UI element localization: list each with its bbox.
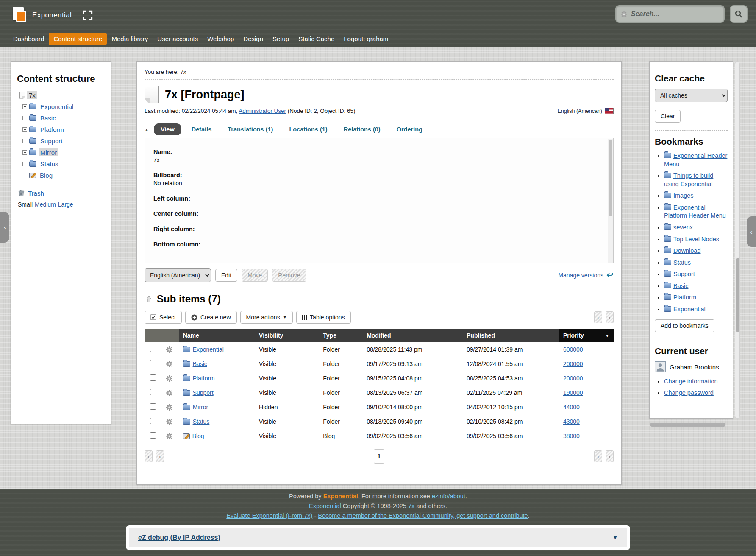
priority-link[interactable]: 600000 <box>563 346 583 353</box>
add-to-bookmarks-button[interactable]: Add to bookmarks <box>655 319 714 332</box>
column-header-modified[interactable]: Modified <box>362 329 462 342</box>
bookmark-link[interactable]: Images <box>673 192 694 199</box>
expand-icon[interactable] <box>22 127 27 132</box>
sort-desc-icon[interactable]: ▼ <box>605 333 609 338</box>
scrollbar-thumb[interactable] <box>650 423 725 427</box>
column-header-type[interactable]: Type <box>319 329 362 342</box>
item-name-link[interactable]: Mirror <box>193 404 208 411</box>
size-large-link[interactable]: Large <box>58 201 73 208</box>
table-options-button[interactable]: Table options <box>296 311 351 324</box>
nav-item[interactable]: Webshop <box>203 33 239 45</box>
bookmark-link[interactable]: sevenx <box>673 224 693 231</box>
priority-link[interactable]: 44000 <box>563 404 580 411</box>
ez-debug-link[interactable]: eZ debug (By IP Address) <box>138 534 220 542</box>
item-name-link[interactable]: Status <box>193 418 210 425</box>
evaluate-link[interactable]: Evaluate Exponential (From 7x) <box>226 512 312 519</box>
item-name-link[interactable]: Exponential <box>193 346 224 353</box>
gear-icon[interactable] <box>166 375 174 382</box>
nav-item[interactable]: Static Cache <box>294 33 339 45</box>
nav-item[interactable]: Setup <box>268 33 294 45</box>
tree-item-link[interactable]: Basic <box>39 114 58 122</box>
cache-type-select[interactable]: All caches <box>655 89 728 102</box>
bookmark-link[interactable]: Things to build using Exponential <box>664 172 713 187</box>
nav-item[interactable]: User accounts <box>153 33 203 45</box>
bookmark-link[interactable]: Exponential Header Menu <box>664 152 727 168</box>
trash-link[interactable]: Trash <box>28 190 44 197</box>
expand-icon[interactable] <box>22 150 27 155</box>
up-arrow-icon[interactable] <box>145 296 153 303</box>
left-panel-collapse-handle[interactable]: › <box>0 212 9 243</box>
gear-icon[interactable] <box>166 389 174 397</box>
bookmark-link[interactable]: Exponential Platform Header Menu <box>664 204 726 219</box>
tree-item-link[interactable]: 7x <box>27 91 37 99</box>
current-page-button[interactable]: 1 <box>374 449 384 464</box>
search-box[interactable] <box>615 5 725 23</box>
bookmark-link[interactable]: Basic <box>673 282 688 289</box>
right-sidebar-horizontal-scrollbar[interactable] <box>650 422 739 427</box>
right-sidebar-vertical-scrollbar[interactable] <box>735 61 740 419</box>
tree-item-link[interactable]: Blog <box>38 171 54 179</box>
expand-icon[interactable] <box>22 139 27 143</box>
priority-link[interactable]: 43000 <box>563 418 580 425</box>
item-name-link[interactable]: Support <box>193 389 214 396</box>
tree-item-link[interactable]: Platform <box>39 126 66 134</box>
right-panel-collapse-handle[interactable]: ‹ <box>747 216 756 247</box>
exponential-link[interactable]: Exponential <box>309 503 341 509</box>
search-button[interactable] <box>730 5 748 23</box>
tab[interactable]: Ordering <box>397 126 422 133</box>
row-checkbox[interactable] <box>150 389 156 395</box>
tab[interactable]: View <box>154 123 181 135</box>
edit-button[interactable]: Edit <box>215 269 237 282</box>
debug-toggle-icon[interactable]: ▼ <box>612 534 618 541</box>
create-new-button[interactable]: Create new <box>185 311 237 324</box>
bookmark-link[interactable]: Exponential <box>673 306 706 313</box>
row-checkbox[interactable] <box>150 346 156 352</box>
user-link[interactable]: Change password <box>664 389 714 396</box>
item-name-link[interactable]: Basic <box>193 360 207 367</box>
item-name-link[interactable]: Blog <box>192 433 204 439</box>
expand-icon[interactable] <box>22 162 27 166</box>
tree-item-link[interactable]: Exponential <box>39 103 75 111</box>
row-checkbox[interactable] <box>150 418 156 424</box>
tab[interactable]: Details <box>192 126 212 133</box>
scrollbar-thumb[interactable] <box>609 140 612 216</box>
bookmark-link[interactable]: Status <box>673 259 691 266</box>
select-button[interactable]: Select <box>145 311 182 324</box>
column-header-priority[interactable]: Priority▼ <box>559 329 614 342</box>
priority-link[interactable]: 190000 <box>563 389 583 396</box>
expand-icon[interactable] <box>22 104 27 109</box>
tab[interactable]: Locations (1) <box>289 126 327 133</box>
column-header-name[interactable]: Name <box>179 329 255 342</box>
nav-item[interactable]: Dashboard <box>8 33 49 45</box>
priority-link[interactable]: 200000 <box>563 360 583 367</box>
fullscreen-icon[interactable] <box>83 10 93 20</box>
gear-icon[interactable] <box>166 433 174 440</box>
bookmark-link[interactable]: Top Level Nodes <box>673 236 719 243</box>
priority-link[interactable]: 200000 <box>563 375 583 382</box>
row-checkbox[interactable] <box>150 403 156 410</box>
tree-item-link[interactable]: Support <box>39 137 64 145</box>
expand-icon[interactable] <box>22 116 27 120</box>
row-checkbox[interactable] <box>150 360 156 366</box>
bookmark-link[interactable]: Support <box>673 271 695 277</box>
gear-icon[interactable] <box>166 418 174 425</box>
nav-item[interactable]: Content structure <box>49 33 107 45</box>
bookmark-link[interactable]: Download <box>673 247 701 254</box>
ezinfo-about-link[interactable]: ezinfo/about <box>432 493 465 500</box>
row-checkbox[interactable] <box>150 432 156 439</box>
collapse-view-icon[interactable]: ▲ <box>145 127 149 132</box>
tab[interactable]: Translations (1) <box>228 126 273 133</box>
manage-versions-link[interactable]: Manage versions <box>558 272 603 279</box>
administrator-user-link[interactable]: Administrator User <box>239 108 286 114</box>
language-select[interactable]: English (American) <box>145 268 211 282</box>
gear-icon[interactable] <box>166 346 174 353</box>
7x-link[interactable]: 7x <box>408 503 414 509</box>
gear-icon[interactable] <box>166 404 174 411</box>
priority-link[interactable]: 38000 <box>563 433 580 439</box>
content-scrollbar[interactable] <box>608 139 613 263</box>
more-actions-button[interactable]: More actions ▼ <box>240 311 293 324</box>
nav-item[interactable]: Design <box>239 33 268 45</box>
community-link[interactable]: Become a member of the Exponential Commu… <box>318 512 528 519</box>
tree-item-link[interactable]: Mirror <box>39 148 58 156</box>
search-input[interactable] <box>631 10 724 18</box>
